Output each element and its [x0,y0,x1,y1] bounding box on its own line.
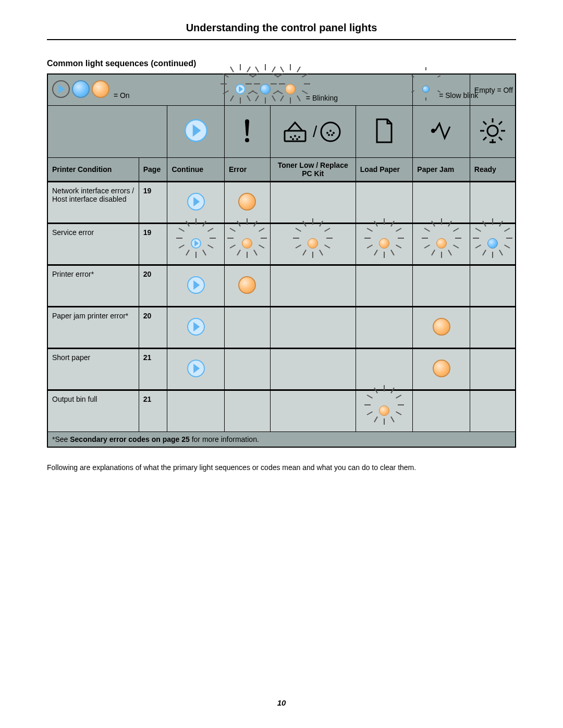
condition-cell: Short paper [47,349,139,390]
column-header-row: Printer Condition Page Continue Error To… [47,158,516,182]
svg-point-12 [328,134,330,136]
paperjam-header-icon [413,106,470,158]
led-blink-orange-icon [373,232,396,256]
led-blink-orange-icon [430,232,453,256]
paperjam-cell [413,349,470,390]
page-cell: 19 [139,224,167,265]
svg-point-0 [245,138,249,142]
footnote-suffix: for more information. [190,435,259,443]
error-cell [224,307,270,349]
led-blink-play-icon [185,232,207,256]
error-cell [224,182,270,224]
svg-point-14 [431,129,435,133]
loadpaper-cell [356,265,413,307]
legend-slow: = Slow blink [413,74,470,106]
led-on-orange-icon [92,80,109,100]
light-sequence-table: = On = Blinking = Slow blink Empty = Off [47,73,516,448]
svg-line-21 [499,121,502,125]
loadpaper-cell [356,182,413,224]
toner-cell [270,349,356,390]
legend-on: = On [47,74,224,106]
ready-header-icon [470,106,516,158]
error-cell [224,265,270,307]
condition-cell: Service error [47,224,139,265]
table-row: Output bin full21 [47,390,516,432]
table-row: Printer error*20 [47,265,516,307]
led-blink-play-icon [229,78,252,102]
svg-text:/: / [313,123,317,140]
condition-cell: Network interface errors / Host interfac… [47,182,139,224]
loadpaper-header-icon [356,106,413,158]
icon-header-row: / [47,106,516,158]
error-cell [224,390,270,432]
loadpaper-cell [356,307,413,349]
legend-off: Empty = Off [470,74,516,106]
error-cell [224,349,270,390]
subheading: Common light sequences (continued) [47,59,516,68]
toner-cell [270,224,356,265]
paperjam-cell [413,265,470,307]
continue-cell [167,224,225,265]
loadpaper-cell [356,390,413,432]
condition-cell: Printer error* [47,265,139,307]
error-cell [224,224,270,265]
ready-cell [470,307,516,349]
table-row: Paper jam printer error*20 [47,307,516,349]
svg-point-13 [331,134,333,136]
legend-blinking: = Blinking [224,74,412,106]
continue-header-icon [167,106,225,158]
led-slow-icon [417,80,435,100]
table-row: Network interface errors / Host interfac… [47,182,516,224]
toner-cell [270,265,356,307]
legend-slow-label: = Slow blink [439,91,478,100]
svg-point-11 [333,132,335,134]
led-blink-orange-icon [301,232,324,256]
led-on-orange-icon [433,318,450,337]
col-error: Error [224,158,270,182]
col-page: Page [139,158,167,182]
svg-line-24 [483,137,486,140]
led-on-play-icon [187,276,205,295]
ready-cell [470,390,516,432]
col-paperjam: Paper Jam [413,158,470,182]
page-cell: 20 [139,307,167,349]
footnote-row: *See Secondary error codes on page 25 fo… [47,432,516,448]
table-row: Service error19 [47,224,516,265]
led-blink-blue-icon [254,78,277,102]
led-on-orange-icon [238,193,256,212]
page-number: 10 [0,698,563,707]
page-cell: 21 [139,390,167,432]
svg-line-23 [499,137,502,140]
legend-row: = On = Blinking = Slow blink Empty = Off [47,74,516,106]
condition-cell: Output bin full [47,390,139,432]
ready-cell [470,224,516,265]
svg-point-10 [329,130,332,132]
toner-cell [270,182,356,224]
col-condition: Printer Condition [47,158,139,182]
led-blink-orange-icon [236,232,259,256]
footnote-prefix: *See [52,435,70,443]
svg-point-2 [290,136,292,138]
table-row: Short paper21 [47,349,516,390]
footnote-bold: Secondary error codes on page 25 [70,435,190,443]
error-header-icon [224,106,270,158]
page-title: Understanding the control panel lights [47,22,516,34]
ready-cell [470,182,516,224]
page-cell: 21 [139,349,167,390]
title-rule [47,39,516,40]
page-cell: 20 [139,265,167,307]
toner-cell [270,307,356,349]
led-blink-orange-icon [279,78,302,102]
legend-blinking-label: = Blinking [306,94,338,102]
loadpaper-cell [356,349,413,390]
svg-point-6 [296,138,298,140]
col-loadpaper: Load Paper [356,158,413,182]
after-table-text: Following are explanations of what the p… [47,463,516,472]
paperjam-cell [413,182,470,224]
led-on-play-icon [187,193,205,212]
continue-cell [167,307,225,349]
continue-cell [167,265,225,307]
paperjam-cell [413,224,470,265]
loadpaper-cell [356,224,413,265]
continue-cell [167,390,225,432]
